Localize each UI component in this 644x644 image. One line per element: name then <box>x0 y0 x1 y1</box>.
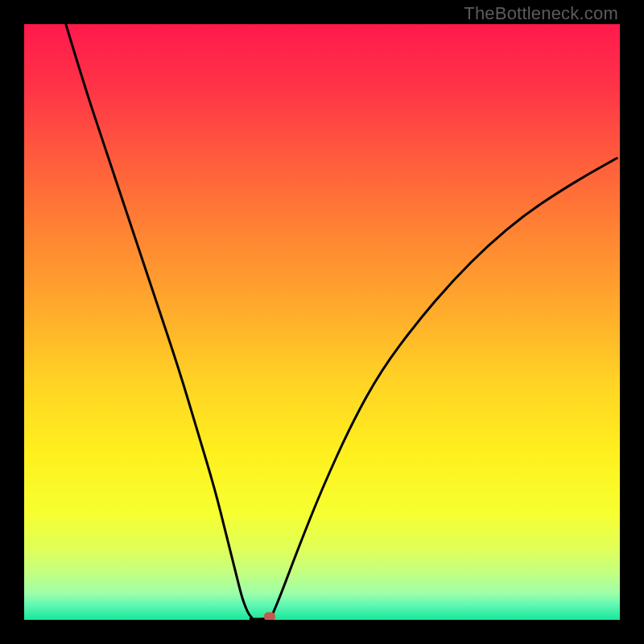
watermark-text: TheBottleneck.com <box>464 3 618 24</box>
chart-frame: TheBottleneck.com <box>0 0 644 644</box>
bottleneck-curve <box>24 24 620 620</box>
plot-area <box>24 24 620 620</box>
optimum-marker <box>264 612 275 620</box>
